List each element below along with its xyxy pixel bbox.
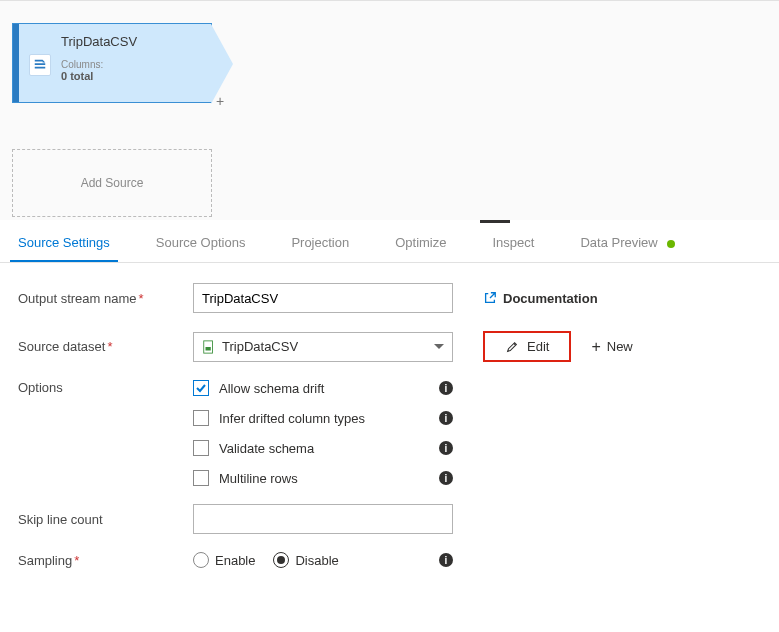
tab-projection[interactable]: Projection xyxy=(283,223,357,262)
source-node-tripdatacsv[interactable]: TripDataCSV Columns: 0 total xyxy=(12,23,212,103)
tab-data-preview-label: Data Preview xyxy=(580,235,657,250)
add-source-label: Add Source xyxy=(81,176,144,190)
new-button[interactable]: + New xyxy=(591,338,632,356)
label-allow-schema-drift: Allow schema drift xyxy=(219,381,429,396)
skip-line-input[interactable] xyxy=(193,504,453,534)
label-validate-schema: Validate schema xyxy=(219,441,429,456)
edit-button[interactable]: Edit xyxy=(483,331,571,362)
radio-enable-label: Enable xyxy=(215,553,255,568)
checkbox-multiline-rows[interactable] xyxy=(193,470,209,486)
dataset-icon xyxy=(33,58,47,72)
csv-file-icon xyxy=(202,340,216,354)
node-title: TripDataCSV xyxy=(61,34,137,49)
output-stream-input[interactable] xyxy=(193,283,453,313)
info-icon[interactable]: i xyxy=(439,381,453,395)
info-icon[interactable]: i xyxy=(439,441,453,455)
info-icon[interactable]: i xyxy=(439,553,453,567)
tab-source-options[interactable]: Source Options xyxy=(148,223,254,262)
label-infer-drifted: Infer drifted column types xyxy=(219,411,429,426)
label-sampling: Sampling* xyxy=(18,553,193,568)
documentation-link[interactable]: Documentation xyxy=(483,291,598,306)
tab-source-settings[interactable]: Source Settings xyxy=(10,223,118,262)
radio-sampling-enable[interactable]: Enable xyxy=(193,552,255,568)
node-columns-label: Columns: xyxy=(61,59,137,70)
plus-icon: + xyxy=(591,338,600,356)
tab-inspect[interactable]: Inspect xyxy=(485,223,543,262)
checkbox-infer-drifted[interactable] xyxy=(193,410,209,426)
svg-rect-1 xyxy=(206,347,211,351)
label-source-dataset: Source dataset* xyxy=(18,339,193,354)
radio-icon xyxy=(193,552,209,568)
dataflow-canvas[interactable]: TripDataCSV Columns: 0 total + Add Sourc… xyxy=(0,1,779,221)
new-label: New xyxy=(607,339,633,354)
source-settings-form: Output stream name* Documentation Source… xyxy=(0,263,779,606)
external-link-icon xyxy=(483,291,497,305)
info-icon[interactable]: i xyxy=(439,471,453,485)
label-skip-line-count: Skip line count xyxy=(18,512,193,527)
pencil-icon xyxy=(505,340,519,354)
info-icon[interactable]: i xyxy=(439,411,453,425)
source-dataset-value: TripDataCSV xyxy=(222,339,298,354)
label-multiline-rows: Multiline rows xyxy=(219,471,429,486)
tab-data-preview[interactable]: Data Preview xyxy=(572,223,683,262)
add-source-button[interactable]: Add Source xyxy=(12,149,212,217)
radio-icon xyxy=(273,552,289,568)
status-dot-icon xyxy=(667,240,675,248)
source-dataset-dropdown[interactable]: TripDataCSV xyxy=(193,332,453,362)
radio-sampling-disable[interactable]: Disable xyxy=(273,552,338,568)
chevron-down-icon xyxy=(434,344,444,349)
documentation-label: Documentation xyxy=(503,291,598,306)
tab-bar: Source Settings Source Options Projectio… xyxy=(0,220,779,263)
radio-disable-label: Disable xyxy=(295,553,338,568)
node-columns-count: 0 total xyxy=(61,70,137,82)
add-step-plus-icon[interactable]: + xyxy=(216,93,224,109)
tab-optimize[interactable]: Optimize xyxy=(387,223,454,262)
edit-label: Edit xyxy=(527,339,549,354)
source-node-icon xyxy=(29,54,51,76)
checkbox-validate-schema[interactable] xyxy=(193,440,209,456)
checkbox-allow-schema-drift[interactable] xyxy=(193,380,209,396)
label-output-stream: Output stream name* xyxy=(18,291,193,306)
label-options: Options xyxy=(18,380,193,395)
